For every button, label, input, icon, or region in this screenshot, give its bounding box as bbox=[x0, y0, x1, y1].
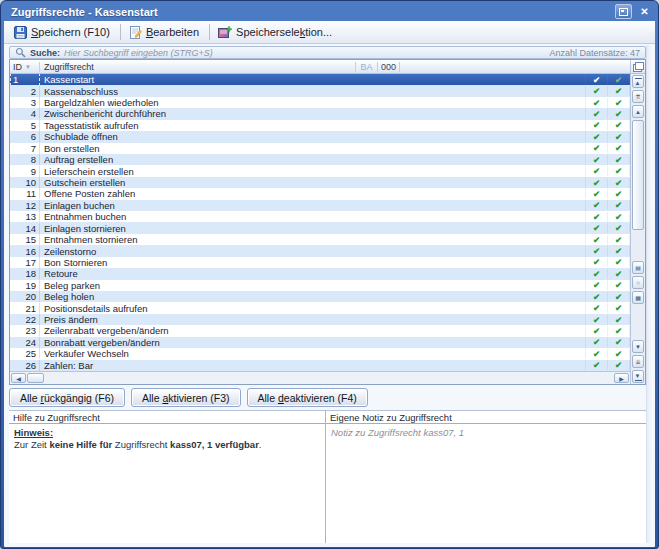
edit-button[interactable]: Bearbeiten bbox=[124, 24, 206, 41]
row-ba-check-icon[interactable]: ✔ bbox=[586, 223, 608, 233]
table-row[interactable]: 8 Auftrag erstellen ✔ ✔ bbox=[10, 154, 630, 165]
column-header-000[interactable]: 000 bbox=[378, 62, 400, 72]
row-000-check-icon[interactable]: ✔ bbox=[608, 337, 630, 347]
deactivate-all-button[interactable]: Alle deaktivieren (F4) bbox=[247, 388, 368, 407]
row-ba-check-icon[interactable]: ✔ bbox=[586, 75, 608, 85]
column-chooser-button[interactable] bbox=[631, 60, 645, 74]
row-ba-check-icon[interactable]: ✔ bbox=[586, 292, 608, 302]
row-000-check-icon[interactable]: ✔ bbox=[608, 75, 630, 85]
row-ba-check-icon[interactable]: ✔ bbox=[586, 303, 608, 313]
row-ba-check-icon[interactable]: ✔ bbox=[586, 349, 608, 359]
row-ba-check-icon[interactable]: ✔ bbox=[586, 166, 608, 176]
row-000-check-icon[interactable]: ✔ bbox=[608, 235, 630, 245]
row-000-check-icon[interactable]: ✔ bbox=[608, 86, 630, 96]
table-row[interactable]: 4 Zwischenbericht durchführen ✔ ✔ bbox=[10, 108, 630, 119]
titlebar[interactable]: Zugriffsrechte - Kassenstart ✕ bbox=[4, 1, 655, 21]
grid-extra-grid-button[interactable]: ▦ bbox=[632, 291, 644, 304]
vertical-scroll-track[interactable] bbox=[631, 305, 645, 339]
horizontal-scrollbar[interactable]: ◀ ▶ bbox=[10, 371, 630, 384]
row-ba-check-icon[interactable]: ✔ bbox=[586, 155, 608, 165]
table-row[interactable]: 25 Verkäufer Wechseln ✔ ✔ bbox=[10, 348, 630, 359]
table-row[interactable]: 18 Retoure ✔ ✔ bbox=[10, 268, 630, 279]
table-row[interactable]: 11 Offene Posten zahlen ✔ ✔ bbox=[10, 188, 630, 199]
table-row[interactable]: 26 Zahlen: Bar ✔ ✔ bbox=[10, 360, 630, 371]
row-ba-check-icon[interactable]: ✔ bbox=[586, 189, 608, 199]
scroll-down-button[interactable]: ▼ bbox=[632, 340, 644, 353]
row-ba-check-icon[interactable]: ✔ bbox=[586, 120, 608, 130]
row-ba-check-icon[interactable]: ✔ bbox=[586, 257, 608, 267]
page-up-button[interactable]: ⇈ bbox=[632, 90, 644, 103]
column-header-zugriffsrecht[interactable]: Zugriffsrecht bbox=[40, 62, 356, 72]
table-row[interactable]: 19 Beleg parken ✔ ✔ bbox=[10, 280, 630, 291]
restore-window-button[interactable] bbox=[615, 4, 632, 19]
search-bar[interactable]: Suche: Hier Suchbegriff eingeben (STRG+S… bbox=[9, 46, 646, 59]
row-000-check-icon[interactable]: ✔ bbox=[608, 200, 630, 210]
grid-extra-search-button[interactable]: ○ bbox=[632, 276, 644, 289]
scroll-left-icon[interactable]: ◀ bbox=[11, 373, 26, 383]
row-000-check-icon[interactable]: ✔ bbox=[608, 292, 630, 302]
row-000-check-icon[interactable]: ✔ bbox=[608, 326, 630, 336]
row-000-check-icon[interactable]: ✔ bbox=[608, 246, 630, 256]
row-000-check-icon[interactable]: ✔ bbox=[608, 120, 630, 130]
row-ba-check-icon[interactable]: ✔ bbox=[586, 132, 608, 142]
table-row[interactable]: 20 Beleg holen ✔ ✔ bbox=[10, 291, 630, 302]
vertical-scroll-thumb[interactable] bbox=[632, 120, 644, 230]
row-000-check-icon[interactable]: ✔ bbox=[608, 98, 630, 108]
table-row[interactable]: 3 Bargeldzählen wiederholen ✔ ✔ bbox=[10, 97, 630, 108]
row-ba-check-icon[interactable]: ✔ bbox=[586, 109, 608, 119]
row-000-check-icon[interactable]: ✔ bbox=[608, 143, 630, 153]
table-row[interactable]: 2 Kassenabschluss ✔ ✔ bbox=[10, 85, 630, 96]
vertical-scrollbar[interactable]: ▲ ⇈ ▲ ▤ ○ ▦ ▼ ⇊ ▼ bbox=[630, 60, 645, 384]
page-down-button[interactable]: ⇊ bbox=[632, 355, 644, 368]
row-000-check-icon[interactable]: ✔ bbox=[608, 212, 630, 222]
grid-extra-list-button[interactable]: ▤ bbox=[632, 261, 644, 274]
table-row[interactable]: 22 Preis ändern ✔ ✔ bbox=[10, 314, 630, 325]
row-000-check-icon[interactable]: ✔ bbox=[608, 178, 630, 188]
row-ba-check-icon[interactable]: ✔ bbox=[586, 212, 608, 222]
activate-all-button[interactable]: Alle aktivieren (F3) bbox=[131, 388, 241, 407]
row-000-check-icon[interactable]: ✔ bbox=[608, 155, 630, 165]
table-row[interactable]: 24 Bonrabatt vergeben/ändern ✔ ✔ bbox=[10, 337, 630, 348]
row-000-check-icon[interactable]: ✔ bbox=[608, 166, 630, 176]
row-ba-check-icon[interactable]: ✔ bbox=[586, 326, 608, 336]
selection-button[interactable]: Speicherselektion... bbox=[213, 24, 339, 41]
table-row[interactable]: 13 Entnahmen buchen ✔ ✔ bbox=[10, 211, 630, 222]
table-row[interactable]: 23 Zeilenrabatt vergeben/ändern ✔ ✔ bbox=[10, 325, 630, 336]
undo-all-button[interactable]: Alle rückgängig (F6) bbox=[9, 388, 125, 407]
row-000-check-icon[interactable]: ✔ bbox=[608, 132, 630, 142]
table-row[interactable]: 17 Bon Stornieren ✔ ✔ bbox=[10, 257, 630, 268]
table-row[interactable]: 14 Einlagen stornieren ✔ ✔ bbox=[10, 222, 630, 233]
row-000-check-icon[interactable]: ✔ bbox=[608, 303, 630, 313]
row-000-check-icon[interactable]: ✔ bbox=[608, 189, 630, 199]
table-row[interactable]: 16 Zeilenstorno ✔ ✔ bbox=[10, 245, 630, 256]
row-ba-check-icon[interactable]: ✔ bbox=[586, 86, 608, 96]
column-header-id[interactable]: ID ▼ bbox=[10, 62, 40, 72]
row-ba-check-icon[interactable]: ✔ bbox=[586, 269, 608, 279]
row-ba-check-icon[interactable]: ✔ bbox=[586, 360, 608, 370]
row-ba-check-icon[interactable]: ✔ bbox=[586, 337, 608, 347]
row-ba-check-icon[interactable]: ✔ bbox=[586, 280, 608, 290]
row-000-check-icon[interactable]: ✔ bbox=[608, 280, 630, 290]
save-button[interactable]: Speichern (F10) bbox=[9, 24, 117, 41]
scroll-to-top-button[interactable]: ▲ bbox=[632, 75, 644, 88]
horizontal-scroll-track[interactable] bbox=[44, 372, 613, 384]
search-input-placeholder[interactable]: Hier Suchbegriff eingeben (STRG+S) bbox=[64, 48, 545, 58]
row-000-check-icon[interactable]: ✔ bbox=[608, 315, 630, 325]
note-panel-body[interactable]: Notiz zu Zugriffsrecht kass07, 1 bbox=[326, 424, 646, 442]
row-ba-check-icon[interactable]: ✔ bbox=[586, 200, 608, 210]
table-row[interactable]: 7 Bon erstellen ✔ ✔ bbox=[10, 143, 630, 154]
row-ba-check-icon[interactable]: ✔ bbox=[586, 143, 608, 153]
table-row[interactable]: 21 Positionsdetails aufrufen ✔ ✔ bbox=[10, 302, 630, 313]
column-header-ba[interactable]: BA bbox=[356, 62, 378, 72]
table-row[interactable]: 5 Tagesstatistik aufrufen ✔ ✔ bbox=[10, 120, 630, 131]
row-ba-check-icon[interactable]: ✔ bbox=[586, 178, 608, 188]
table-row[interactable]: 15 Entnahmen stornieren ✔ ✔ bbox=[10, 234, 630, 245]
row-000-check-icon[interactable]: ✔ bbox=[608, 257, 630, 267]
table-row[interactable]: 9 Lieferschein erstellen ✔ ✔ bbox=[10, 165, 630, 176]
row-ba-check-icon[interactable]: ✔ bbox=[586, 246, 608, 256]
table-row[interactable]: 1 Kassenstart ✔ ✔ bbox=[10, 74, 630, 85]
row-000-check-icon[interactable]: ✔ bbox=[608, 349, 630, 359]
row-ba-check-icon[interactable]: ✔ bbox=[586, 235, 608, 245]
row-000-check-icon[interactable]: ✔ bbox=[608, 360, 630, 370]
vertical-scroll-track[interactable] bbox=[631, 231, 645, 260]
